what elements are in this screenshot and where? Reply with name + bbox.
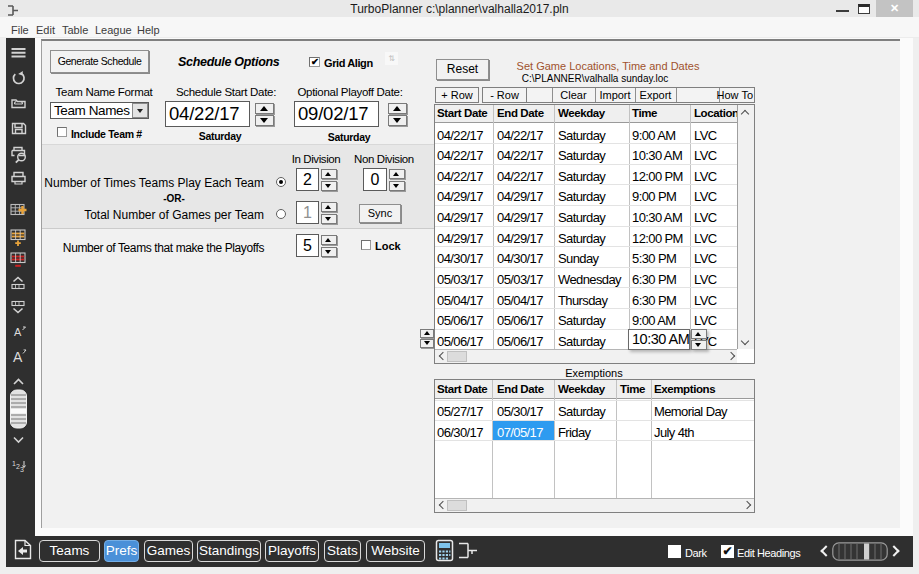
svg-text:A: A bbox=[14, 326, 22, 338]
svg-text:A: A bbox=[13, 349, 23, 365]
